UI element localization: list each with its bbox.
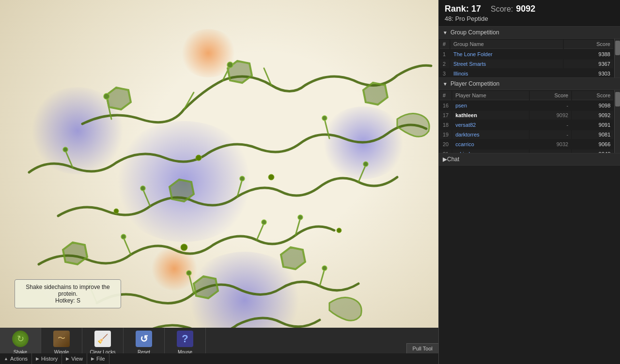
protein-viewer[interactable]: Shake sidechains to improve the protein.… [0,0,438,364]
svg-point-33 [363,162,368,167]
table-row[interactable]: 20 ccarrico 9032 9066 [440,140,613,149]
group-col-score: Score [564,40,613,49]
table-row[interactable]: 2 Street Smarts 9367 [440,60,613,68]
player-row-num: 19 [440,130,451,139]
reset-puzzle-icon [136,331,152,347]
pull-tool-button[interactable]: Pull Tool [406,343,438,353]
svg-line-19 [358,165,366,182]
player-row-myscore: 9092 [530,111,571,120]
svg-point-25 [140,186,145,191]
puzzle-name: 48: Pro Peptide [445,15,535,22]
panel-header: Rank: 17 Score: 9092 48: Pro Peptide [439,0,620,27]
player-competition-scrollbar[interactable] [614,90,620,153]
svg-point-24 [322,116,327,121]
player-row-num: 21 [440,150,451,153]
player-row-myscore: - [530,130,571,139]
svg-line-12 [143,189,150,206]
history-label: History [41,356,58,362]
file-arrow: ▶ [91,356,94,361]
score-section: Score: 9092 [491,4,535,14]
bottom-toolbar: Shake Sidechains Wiggle Backbone Clear L… [0,328,438,364]
svg-point-22 [104,93,109,99]
player-row-myscore: - [530,150,571,153]
player-competition-section: ▼ Player Competition # Player Name Score… [439,78,620,153]
group-row-num: 2 [440,60,450,68]
player-row-myscore: - [530,101,571,110]
mouse-help-icon [177,331,193,347]
table-row[interactable]: 18 versat82 - 9091 [440,121,613,129]
svg-line-16 [124,238,131,255]
group-row-score: 9367 [564,60,613,68]
svg-point-36 [196,155,202,161]
view-arrow: ▶ [66,356,69,361]
score-label: Score: [491,5,513,14]
group-competition-header[interactable]: ▼ Group Competition [439,27,620,39]
svg-point-26 [240,176,245,181]
player-col-name: Player Name [452,91,529,100]
player-row-myscore: 9032 [530,140,571,149]
file-label: File [96,356,105,362]
svg-point-23 [227,62,233,68]
player-col-num: # [440,91,451,100]
table-row[interactable]: 19 darktorres - 9081 [440,130,613,139]
group-row-score: 9303 [564,69,613,77]
player-row-score: 9066 [572,140,613,149]
group-row-num: 3 [440,69,450,77]
group-row-score: 9388 [564,50,613,59]
player-row-num: 20 [440,140,451,149]
rank-score-row: Rank: 17 Score: 9092 [445,4,535,14]
player-competition-header[interactable]: ▼ Player Competition [439,78,620,90]
group-competition-table: # Group Name Score 1 The Lone Folder 938… [439,39,614,77]
svg-point-39 [337,228,341,233]
chat-section: ▶ Chat [439,153,620,364]
svg-point-35 [181,244,187,251]
history-menu[interactable]: ▶ History [32,353,62,364]
svg-point-38 [114,209,119,213]
player-row-name: ccarrico [452,140,529,149]
player-row-myscore: - [530,121,571,129]
table-row[interactable]: 3 Illinois 9303 [440,69,613,77]
player-competition-table: # Player Name Score Score 16 psen - 9098… [439,90,614,153]
view-label: View [71,356,83,362]
rank-label: Rank: 17 [445,4,481,14]
player-row-name: psen [452,101,529,110]
group-col-name: Group Name [450,40,563,49]
table-row[interactable]: 21 mbjorkegren - 9048 [440,150,613,153]
chat-arrow: ▶ [443,156,447,163]
group-row-name: Street Smarts [450,60,563,68]
group-competition-scrollbar-thumb [615,41,620,55]
player-row-score: 9081 [572,130,613,139]
group-competition-rows: 1 The Lone Folder 9388 2 Street Smarts 9… [440,50,613,77]
svg-point-34 [322,266,327,271]
svg-point-27 [63,147,68,152]
clear-locks-icon [94,331,111,347]
wiggle-icon [53,331,70,347]
actions-menu[interactable]: ▲ Actions [0,353,32,364]
svg-marker-4 [63,243,87,264]
player-competition-table-wrapper: # Player Name Score Score 16 psen - 9098… [439,90,620,153]
group-competition-scrollbar[interactable] [614,39,620,77]
view-menu[interactable]: ▶ View [62,353,87,364]
player-row-num: 17 [440,111,451,120]
table-row[interactable]: 16 psen - 9098 [440,101,613,110]
player-row-score: 9098 [572,101,613,110]
svg-point-30 [186,271,191,275]
chat-header[interactable]: ▶ Chat [439,153,620,166]
protein-structure [0,0,438,364]
file-menu[interactable]: ▶ File [87,353,109,364]
table-row[interactable]: 1 The Lone Folder 9388 [440,50,613,59]
group-competition-title: Group Competition [450,29,499,36]
group-row-num: 1 [440,50,450,59]
tooltip: Shake sidechains to improve the protein.… [15,279,121,308]
group-row-name: Illinois [450,69,563,77]
player-row-score: 9091 [572,121,613,129]
player-row-name: versat82 [452,121,529,129]
svg-point-29 [121,234,126,239]
svg-marker-2 [170,180,194,201]
table-row[interactable]: 17 kathleen 9092 9092 [440,111,613,120]
player-row-score: 9048 [572,150,613,153]
score-value: 9092 [516,4,535,14]
group-competition-section: ▼ Group Competition # Group Name Score 1… [439,27,620,78]
tooltip-line1: Shake sidechains to improve the protein. [21,284,115,297]
player-competition-title: Player Competition [450,80,499,87]
